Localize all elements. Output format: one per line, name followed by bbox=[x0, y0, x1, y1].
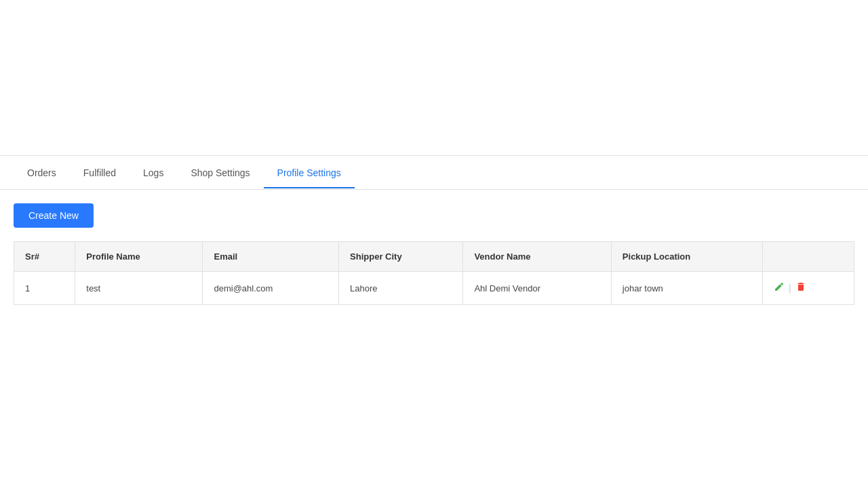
content-area: Create New Sr# Profile Name Email Shippe… bbox=[0, 190, 868, 319]
delete-icon[interactable] bbox=[795, 281, 806, 295]
table-row: 1testdemi@ahl.comLahoreAhl Demi Vendorjo… bbox=[14, 272, 854, 305]
tab-fulfilled[interactable]: Fulfilled bbox=[70, 158, 130, 188]
col-vendor-name: Vendor Name bbox=[463, 242, 611, 272]
cell-sr: 1 bbox=[14, 272, 75, 305]
cell-actions: | bbox=[763, 272, 854, 305]
action-divider: | bbox=[789, 283, 791, 293]
col-email: Email bbox=[203, 242, 339, 272]
col-pickup-location: Pickup Location bbox=[611, 242, 762, 272]
tab-profile-settings[interactable]: Profile Settings bbox=[264, 158, 355, 188]
nav-tabs: Orders Fulfilled Logs Shop Settings Prof… bbox=[0, 156, 868, 190]
col-actions bbox=[763, 242, 854, 272]
tab-logs[interactable]: Logs bbox=[130, 158, 177, 188]
col-sr: Sr# bbox=[14, 242, 75, 272]
top-area bbox=[0, 0, 868, 156]
table-header-row: Sr# Profile Name Email Shipper City Vend… bbox=[14, 242, 854, 272]
cell-shipper_city: Lahore bbox=[339, 272, 463, 305]
profile-table: Sr# Profile Name Email Shipper City Vend… bbox=[14, 241, 854, 305]
create-new-button[interactable]: Create New bbox=[14, 203, 94, 228]
tab-shop-settings[interactable]: Shop Settings bbox=[177, 158, 263, 188]
cell-profile_name: test bbox=[75, 272, 203, 305]
cell-vendor_name: Ahl Demi Vendor bbox=[463, 272, 611, 305]
cell-email: demi@ahl.com bbox=[203, 272, 339, 305]
cell-pickup_location: johar town bbox=[611, 272, 762, 305]
edit-icon[interactable] bbox=[774, 281, 785, 295]
col-shipper-city: Shipper City bbox=[339, 242, 463, 272]
col-profile-name: Profile Name bbox=[75, 242, 203, 272]
tab-orders[interactable]: Orders bbox=[14, 158, 70, 188]
